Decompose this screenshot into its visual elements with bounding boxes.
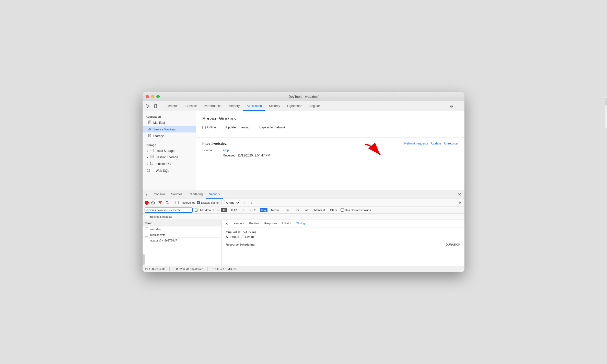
sidebar-app-title: Application <box>143 113 196 119</box>
detail-panel: ✕ Headers Preview Response Initiator Tim… <box>222 220 464 266</box>
toolbar-right: ⚙ ⋮ <box>448 103 462 110</box>
preserve-log-text: Preserve log <box>180 201 195 204</box>
unregister-link[interactable]: Unregister <box>444 142 458 145</box>
detail-tab-response[interactable]: Response <box>262 220 280 227</box>
tab-application[interactable]: Application <box>243 101 265 111</box>
drawer-tab-sources[interactable]: Sources <box>168 190 185 199</box>
network-row-1[interactable]: regular.woff2 <box>143 232 221 238</box>
filter-all-btn[interactable]: All <box>221 208 227 212</box>
drawer-tab-rendering[interactable]: Rendering <box>185 190 206 199</box>
network-settings-icon[interactable]: ⚙ <box>457 200 462 205</box>
sidebar-item-manifest[interactable]: Manifest <box>143 119 196 126</box>
network-row-0[interactable]: web.dev <box>143 226 221 232</box>
blocked-requests-checkbox[interactable] <box>145 215 148 218</box>
sidebar-item-local-storage[interactable]: ▶ Local Storage <box>143 148 196 154</box>
row-icon-1 <box>145 233 148 237</box>
hide-data-urls-label[interactable]: Hide data URLs <box>195 209 219 212</box>
tab-lighthouse[interactable]: Lighthouse <box>284 101 306 111</box>
bypass-for-network-checkbox[interactable] <box>255 126 258 129</box>
preserve-log-checkbox[interactable] <box>176 201 179 204</box>
sidebar-item-websql[interactable]: Web SQL <box>143 167 196 174</box>
started-label: Started at <box>226 235 239 239</box>
tab-performance[interactable]: Performance <box>200 101 225 111</box>
filter-icon[interactable] <box>157 200 163 205</box>
close-drawer-icon[interactable]: ✕ <box>456 191 462 198</box>
maximize-button[interactable] <box>156 95 160 98</box>
minimize-button[interactable] <box>151 95 154 98</box>
storage-label: Storage <box>153 134 164 138</box>
filter-css-btn[interactable]: CSS <box>249 208 258 212</box>
network-row-2[interactable]: app.css?v=6e2768d7 <box>143 238 221 243</box>
filter-input[interactable] <box>146 209 187 212</box>
offline-checkbox[interactable] <box>202 126 206 129</box>
search-icon[interactable] <box>165 200 170 205</box>
disable-cache-label[interactable]: Disable cache <box>197 201 219 204</box>
duration-label: DURATION <box>446 243 460 246</box>
top-section: Application Manifest ⚙ Service Workers S… <box>143 111 464 190</box>
sidebar-item-storage[interactable]: Storage <box>143 132 196 139</box>
offline-checkbox-label[interactable]: Offline <box>202 126 216 129</box>
update-on-reload-label: Update on reload <box>226 126 249 129</box>
drawer-tab-network[interactable]: Network <box>206 190 223 199</box>
filter-other-btn[interactable]: Other <box>329 208 339 212</box>
filter-doc-btn[interactable]: Doc <box>293 208 301 212</box>
filter-clear-icon[interactable]: ✕ <box>188 208 191 212</box>
websql-label: Web SQL <box>156 169 169 173</box>
sidebar-item-session-storage[interactable]: ▶ Session Storage <box>143 154 196 160</box>
tab-angular[interactable]: Angular <box>306 101 323 111</box>
detail-tab-preview[interactable]: Preview <box>247 220 262 227</box>
has-blocked-cookies-label[interactable]: Has blocked cookies <box>341 208 371 212</box>
record-button[interactable] <box>145 201 149 205</box>
update-on-reload-checkbox[interactable] <box>221 126 224 129</box>
filter-img-btn[interactable]: Img <box>260 208 267 212</box>
filter-media-btn[interactable]: Media <box>270 208 280 212</box>
filter-js-btn[interactable]: JS <box>240 208 247 212</box>
received-label: Received <box>223 154 236 157</box>
close-button[interactable] <box>146 95 149 98</box>
settings-icon[interactable]: ⚙ <box>448 103 455 110</box>
resource-scheduling-header: Resource Scheduling DURATION <box>226 241 460 246</box>
tab-console[interactable]: Console <box>182 101 200 111</box>
devtools-window: DevTools - web.dev/ Elements Console Per… <box>143 92 464 272</box>
detail-content: Queued at 794.72 ms Started at 794.94 ms… <box>222 227 464 266</box>
bypass-for-network-checkbox-label[interactable]: Bypass for network <box>255 126 286 129</box>
row-name-1: regular.woff2 <box>150 233 166 236</box>
update-link[interactable]: Update <box>431 142 441 145</box>
network-toolbar-divider <box>173 200 173 205</box>
upload-icon[interactable]: ↑ <box>241 200 247 205</box>
detail-tab-timing[interactable]: Timing <box>294 220 307 227</box>
detail-tab-headers[interactable]: Headers <box>231 220 247 227</box>
drawer-more-icon[interactable]: ⋮ <box>145 192 149 197</box>
detail-close-icon[interactable]: ✕ <box>224 221 229 226</box>
disable-cache-checkbox[interactable] <box>197 201 200 204</box>
download-icon[interactable]: ↓ <box>249 200 254 205</box>
cursor-icon[interactable] <box>145 103 151 110</box>
source-file-link[interactable]: sw.js <box>223 149 229 152</box>
hide-data-urls-checkbox[interactable] <box>195 209 198 212</box>
tab-security[interactable]: Security <box>265 101 284 111</box>
tab-elements[interactable]: Elements <box>162 101 182 111</box>
update-on-reload-checkbox-label[interactable]: Update on reload <box>221 126 249 129</box>
filter-font-btn[interactable]: Font <box>282 208 291 212</box>
network-list-scrollbar-thumb <box>143 254 145 265</box>
traffic-lights <box>146 95 160 98</box>
detail-tab-initiator[interactable]: Initiator <box>279 220 294 227</box>
throttle-select[interactable]: Online <box>224 200 240 205</box>
sidebar-item-indexeddb[interactable]: ▶ IndexedDB <box>143 160 196 167</box>
network-toolbar-divider3 <box>454 200 454 205</box>
clear-button[interactable] <box>150 200 156 205</box>
more-options-icon[interactable]: ⋮ <box>456 103 462 110</box>
tab-memory[interactable]: Memory <box>225 101 243 111</box>
drawer-tab-console[interactable]: Console <box>151 190 168 199</box>
sidebar-item-service-workers[interactable]: ⚙ Service Workers <box>143 126 196 132</box>
local-storage-icon <box>150 149 154 153</box>
row-icon-0 <box>145 227 148 231</box>
network-list-scrollbar[interactable] <box>143 253 145 266</box>
mobile-icon[interactable] <box>152 103 159 110</box>
network-requests-link[interactable]: Network requests <box>404 142 428 145</box>
filter-manifest-btn[interactable]: Manifest <box>313 208 326 212</box>
filter-xhr-btn[interactable]: XHR <box>229 208 238 212</box>
has-blocked-cookies-checkbox[interactable] <box>341 208 344 212</box>
filter-ws-btn[interactable]: WS <box>303 208 311 212</box>
preserve-log-label[interactable]: Preserve log <box>176 201 195 204</box>
